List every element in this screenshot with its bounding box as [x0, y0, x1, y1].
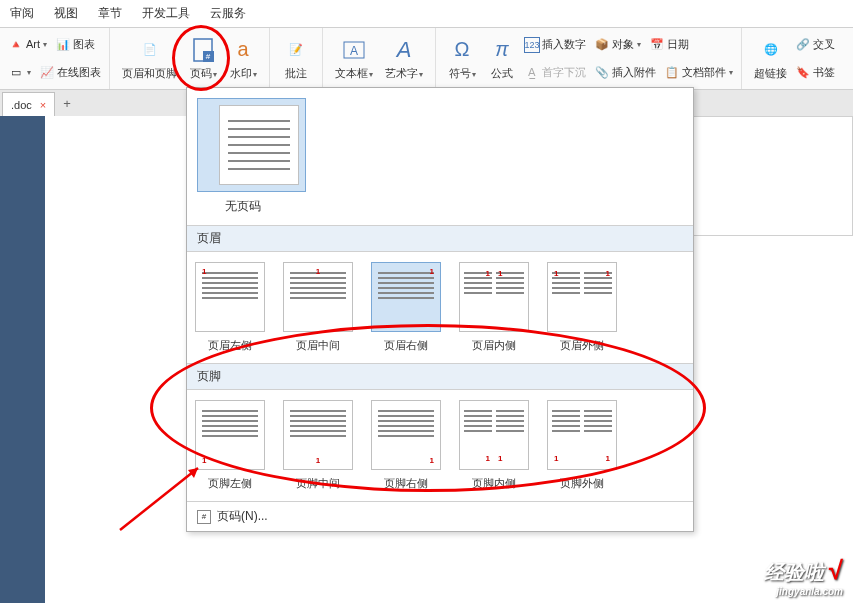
menu-view[interactable]: 视图 [54, 5, 78, 22]
symbol-icon: Ω [448, 36, 476, 64]
watermark-button[interactable]: a水印▾ [223, 30, 263, 86]
header-center-option[interactable]: 1 页眉中间 [283, 262, 353, 353]
svg-text:#: # [206, 52, 211, 61]
header-footer-icon: 📄 [136, 36, 164, 64]
art-icon: 🔺 [8, 36, 24, 52]
no-page-thumb [219, 105, 299, 185]
page-number-more-icon: # [197, 510, 211, 524]
menu-bar: 审阅 视图 章节 开发工具 云服务 [0, 0, 853, 28]
dropcap-icon: A̲ [524, 65, 540, 81]
menu-review[interactable]: 审阅 [10, 5, 34, 22]
header-inner-option[interactable]: 11 页眉内侧 [459, 262, 529, 353]
header-section-label: 页眉 [187, 225, 693, 252]
object-button[interactable]: 📦对象▾ [592, 36, 643, 54]
no-page-number-option[interactable] [197, 98, 306, 192]
textbox-button[interactable]: A文本框▾ [329, 30, 379, 86]
watermark-icon: a [229, 36, 257, 64]
hyperlink-icon: 🌐 [757, 36, 785, 64]
comment-icon: 📝 [282, 36, 310, 64]
footer-outer-option[interactable]: 11 页脚外侧 [547, 400, 617, 491]
wordart-button[interactable]: A艺术字▾ [379, 30, 429, 86]
page-number-more-button[interactable]: # 页码(N)... [187, 501, 693, 531]
sidebar-panel [0, 116, 45, 603]
menu-devtools[interactable]: 开发工具 [142, 5, 190, 22]
svg-text:A: A [350, 44, 358, 58]
bookmark-button[interactable]: 🔖书签 [793, 64, 837, 82]
footer-center-option[interactable]: 1 页脚中间 [283, 400, 353, 491]
date-button[interactable]: 📅日期 [647, 36, 691, 54]
chart-icon: 📊 [55, 36, 71, 52]
shape-icon: ▭ [8, 64, 24, 80]
page-preview [693, 116, 853, 236]
hyperlink-button[interactable]: 🌐超链接 [748, 30, 793, 86]
comment-button[interactable]: 📝批注 [276, 30, 316, 86]
page-number-icon: # [189, 36, 217, 64]
watermark: 经验啦 √ jingyanla.com [764, 555, 843, 597]
symbol-button[interactable]: Ω符号▾ [442, 30, 482, 86]
cross-ref-button[interactable]: 🔗交叉 [793, 36, 837, 54]
menu-chapter[interactable]: 章节 [98, 5, 122, 22]
tab-label: .doc [11, 99, 32, 111]
insert-number-button[interactable]: 123插入数字 [522, 36, 588, 54]
art-button[interactable]: 🔺Art▾ [6, 35, 49, 53]
date-icon: 📅 [649, 37, 665, 53]
formula-icon: π [488, 36, 516, 64]
online-chart-icon: 📈 [39, 64, 55, 80]
attachment-icon: 📎 [594, 65, 610, 81]
page-number-button[interactable]: #页码▾ [183, 30, 223, 86]
docparts-icon: 📋 [664, 65, 680, 81]
ribbon: 🔺Art▾ 📊图表 ▭▾ 📈在线图表 📄页眉和页脚 #页码▾ a水印▾ 📝批注 … [0, 28, 853, 90]
header-left-option[interactable]: 1 页眉左侧 [195, 262, 265, 353]
header-right-option[interactable]: 1 页眉右侧 [371, 262, 441, 353]
cross-icon: 🔗 [795, 37, 811, 53]
footer-left-option[interactable]: 1 页脚左侧 [195, 400, 265, 491]
chart-button[interactable]: 📊图表 [53, 35, 97, 53]
object-icon: 📦 [594, 37, 610, 53]
header-footer-button[interactable]: 📄页眉和页脚 [116, 30, 183, 86]
footer-section-label: 页脚 [187, 363, 693, 390]
tab-close-button[interactable]: × [40, 99, 46, 111]
formula-button[interactable]: π公式 [482, 30, 522, 86]
footer-right-option[interactable]: 1 页脚右侧 [371, 400, 441, 491]
docparts-button[interactable]: 📋文档部件▾ [662, 64, 735, 82]
menu-cloud[interactable]: 云服务 [210, 5, 246, 22]
textbox-icon: A [340, 36, 368, 64]
shape-button[interactable]: ▭▾ [6, 63, 33, 81]
no-page-label: 无页码 [225, 198, 683, 215]
footer-inner-option[interactable]: 11 页脚内侧 [459, 400, 529, 491]
bookmark-icon: 🔖 [795, 65, 811, 81]
document-tab[interactable]: .doc × [2, 92, 55, 116]
attachment-button[interactable]: 📎插入附件 [592, 64, 658, 82]
new-tab-button[interactable]: + [63, 96, 71, 111]
number-icon: 123 [524, 37, 540, 53]
wordart-icon: A [390, 36, 418, 64]
page-number-dropdown: 无页码 页眉 1 页眉左侧 1 页眉中间 1 页眉右侧 11 页眉内侧 11 页… [186, 87, 694, 532]
header-outer-option[interactable]: 11 页眉外侧 [547, 262, 617, 353]
dropcap-button[interactable]: A̲首字下沉 [522, 64, 588, 82]
online-chart-button[interactable]: 📈在线图表 [37, 63, 103, 81]
